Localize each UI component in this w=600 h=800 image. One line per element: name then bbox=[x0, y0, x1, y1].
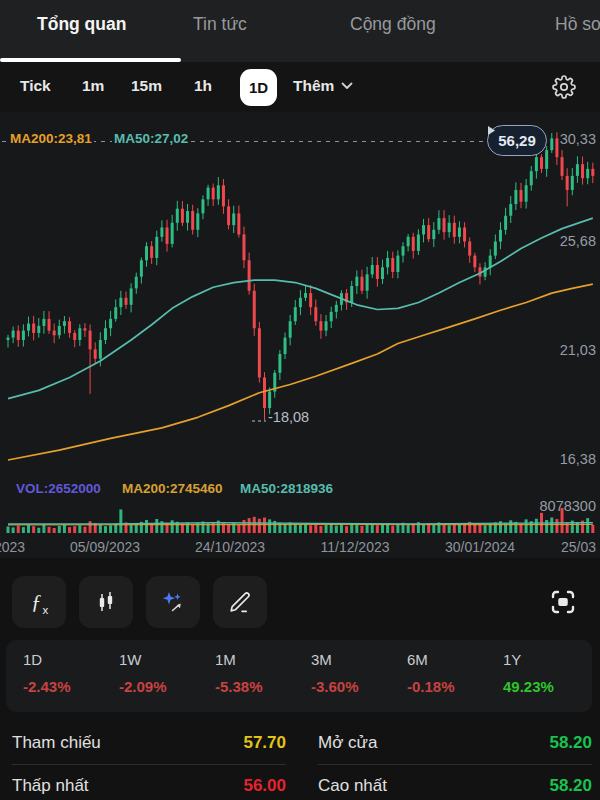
indicators-fx-button[interactable]: ƒx bbox=[12, 576, 66, 628]
chart-toolbar: ƒx bbox=[0, 558, 600, 638]
tab-news[interactable]: Tin tức bbox=[193, 14, 247, 35]
ma200-indicator-label: MA200:23,81 bbox=[8, 131, 94, 146]
volume-axis-label: 8078300 bbox=[540, 498, 596, 514]
price-axis-label: 21,03 bbox=[526, 342, 596, 358]
stat-label: Cao nhất bbox=[318, 776, 387, 796]
timeframe-1d-selected[interactable]: 1D bbox=[240, 69, 277, 106]
volume-ma200-label: MA200:2745460 bbox=[122, 481, 223, 496]
timeframe-15m[interactable]: 15m bbox=[131, 77, 162, 95]
return-3m: 3M -3.60% bbox=[311, 651, 407, 712]
stat-row-low: Thấp nhất 56.00 bbox=[12, 765, 286, 800]
play-triangle-icon bbox=[488, 126, 495, 135]
timeframe-more-label: Thêm bbox=[293, 77, 334, 95]
x-axis-label: 24/10/2023 bbox=[195, 539, 265, 555]
price-axis-label: 25,68 bbox=[526, 233, 596, 249]
timeframe-1m[interactable]: 1m bbox=[82, 77, 104, 95]
return-period-label: 1D bbox=[23, 651, 119, 668]
stats-right-column: Mở cửa 58.20 Cao nhất 58.20 bbox=[318, 712, 592, 800]
return-value: -2.43% bbox=[23, 678, 119, 695]
candlestick-icon bbox=[94, 590, 118, 614]
return-period-label: 1Y bbox=[503, 651, 599, 668]
current-price-badge[interactable]: 56,29 bbox=[487, 125, 547, 156]
snapshot-button[interactable] bbox=[536, 576, 590, 628]
magic-tools-button[interactable] bbox=[146, 576, 200, 628]
stat-row-reference: Tham chiếu 57.70 bbox=[12, 722, 286, 765]
ma50-indicator-label: MA50:27,02 bbox=[112, 131, 190, 146]
stats-left-column: Tham chiếu 57.70 Thấp nhất 56.00 bbox=[12, 712, 286, 800]
return-period-label: 3M bbox=[311, 651, 407, 668]
stat-value: 57.70 bbox=[243, 733, 286, 753]
tab-overview[interactable]: Tổng quan bbox=[37, 14, 126, 35]
stat-value: 58.20 bbox=[549, 733, 592, 753]
price-axis-label: 16,38 bbox=[526, 451, 596, 467]
return-value: -2.09% bbox=[119, 678, 215, 695]
return-1m: 1M -5.38% bbox=[215, 651, 311, 712]
price-stats-section: Tham chiếu 57.70 Thấp nhất 56.00 Mở cửa … bbox=[0, 712, 600, 800]
x-axis-label: 11/12/2023 bbox=[320, 539, 389, 555]
stat-value: 58.20 bbox=[549, 776, 592, 796]
return-1w: 1W -2.09% bbox=[119, 651, 215, 712]
return-value: 49.23% bbox=[503, 678, 599, 695]
tab-community[interactable]: Cộng đồng bbox=[350, 14, 436, 35]
timeframe-1h[interactable]: 1h bbox=[194, 77, 212, 95]
x-axis-label: 05/09/2023 bbox=[70, 539, 140, 555]
volume-indicator-label: VOL:2652000 bbox=[16, 481, 101, 496]
x-axis-label: /2023 bbox=[0, 539, 25, 555]
return-1y: 1Y 49.23% bbox=[503, 651, 599, 712]
return-period-label: 6M bbox=[407, 651, 503, 668]
period-returns-panel: 1D -2.43% 1W -2.09% 1M -5.38% 3M -3.60% … bbox=[6, 640, 592, 712]
pencil-icon bbox=[228, 590, 253, 615]
return-6m: 6M -0.18% bbox=[407, 651, 503, 712]
return-value: -5.38% bbox=[215, 678, 311, 695]
stat-value: 56.00 bbox=[243, 776, 286, 796]
return-1d: 1D -2.43% bbox=[23, 651, 119, 712]
return-period-label: 1W bbox=[119, 651, 215, 668]
stat-label: Tham chiếu bbox=[12, 733, 101, 753]
x-axis-label: 30/01/2024 bbox=[445, 539, 515, 555]
top-tab-bar: Tổng quan Tin tức Cộng đồng Hồ sơ bbox=[0, 0, 600, 62]
current-price-value: 56,29 bbox=[498, 132, 536, 149]
chart-settings-button[interactable] bbox=[552, 75, 578, 101]
x-axis-label: 25/03 bbox=[561, 539, 596, 555]
tab-profile[interactable]: Hồ sơ bbox=[555, 14, 600, 35]
timeframe-more-button[interactable]: Thêm bbox=[293, 77, 353, 95]
low-point-annotation: -18,08 bbox=[268, 409, 309, 425]
stat-label: Mở cửa bbox=[318, 733, 377, 753]
stat-row-high: Cao nhất 58.20 bbox=[318, 765, 592, 800]
magic-wand-sparkle-icon bbox=[160, 589, 186, 615]
chevron-down-icon bbox=[341, 82, 353, 90]
fx-icon: ƒx bbox=[31, 590, 47, 615]
volume-ma50-label: MA50:2818936 bbox=[240, 481, 333, 496]
return-period-label: 1M bbox=[215, 651, 311, 668]
return-value: -0.18% bbox=[407, 678, 503, 695]
chart-type-button[interactable] bbox=[79, 576, 133, 628]
stat-row-open: Mở cửa 58.20 bbox=[318, 722, 592, 765]
gear-icon bbox=[552, 75, 576, 99]
timeframe-row: Tick 1m 15m 1h 1D Thêm bbox=[0, 62, 600, 112]
timeframe-tick[interactable]: Tick bbox=[20, 77, 51, 95]
draw-button[interactable] bbox=[213, 576, 267, 628]
price-chart-panel[interactable]: MA200:23,81 MA50:27,02 56,29 30,33 25,68… bbox=[0, 112, 600, 558]
stat-label: Thấp nhất bbox=[12, 776, 89, 796]
screenshot-frame-icon bbox=[548, 587, 578, 617]
return-value: -3.60% bbox=[311, 678, 407, 695]
